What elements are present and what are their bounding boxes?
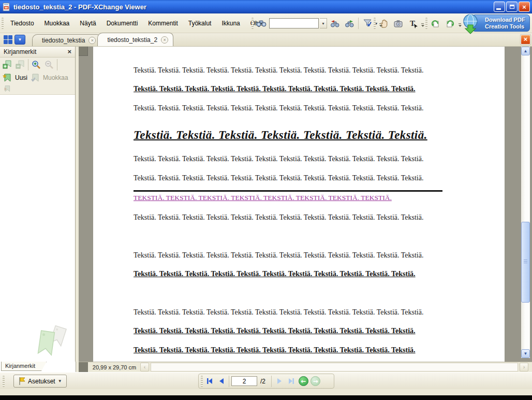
rotate-ccw-button[interactable] (428, 17, 442, 30)
tab-tiedosto_tekstia_2[interactable]: tiedosto_tekstia_2× (97, 33, 173, 46)
toolbar-separator (57, 59, 57, 70)
minimize-icon (496, 8, 501, 10)
tab-close-icon[interactable]: × (88, 37, 96, 44)
search-input[interactable] (269, 18, 319, 28)
tab-label: tiedosto_tekstia_2 (107, 36, 157, 44)
new-bookmark-label[interactable]: Uusi (14, 74, 28, 81)
snapshot-tool-button[interactable] (391, 17, 405, 30)
search-dropdown-arrow[interactable]: ▾ (320, 18, 327, 28)
toolbar-options-chevron[interactable] (420, 18, 425, 29)
first-page-button[interactable] (204, 376, 215, 387)
hand-tool-button[interactable] (377, 17, 390, 30)
menu-item-tiedosto[interactable]: Tiedosto (5, 18, 39, 29)
go-back-button[interactable]: ← (299, 376, 308, 386)
toolbar-separator (28, 59, 28, 70)
document-tab-bar: ▼ tiedosto_tekstia×tiedosto_tekstia_2× × (0, 33, 532, 47)
bookmark-new-icon: ★ (3, 73, 12, 82)
tab-close-icon[interactable]: × (161, 36, 168, 44)
bookmarks-panel-close-icon[interactable]: × (67, 49, 71, 55)
toolbar-grip[interactable] (252, 18, 254, 29)
menu-item-muokkaa[interactable]: Muokkaa (39, 18, 75, 29)
document-view[interactable]: Tekstiä. Tekstiä. Tekstiä. Tekstiä. Teks… (79, 47, 532, 362)
close-button[interactable]: × (519, 2, 530, 12)
horizontal-scrollbar[interactable] (151, 363, 518, 372)
document-text-line: TEKSTIÄ. TEKSTIÄ. TEKSTIÄ. TEKSTIÄ. TEKS… (134, 194, 392, 202)
filter-button[interactable] (361, 17, 374, 30)
bookmark-collapse-button[interactable] (14, 59, 26, 70)
page-size-indicator: 20,99 x 29,70 cm (89, 362, 140, 372)
new-bookmark-button[interactable]: ★ (1, 72, 13, 83)
svg-text:★: ★ (3, 74, 7, 79)
vertical-scrollbar[interactable]: ▲ ▼ (521, 47, 530, 358)
tab-label: tiedosto_tekstia (42, 37, 85, 44)
toolbar-grip[interactable] (374, 18, 376, 29)
minimize-button[interactable] (494, 2, 505, 12)
scroll-corner-box (79, 47, 88, 56)
bookmarks-zoom-in-button[interactable] (30, 59, 42, 70)
last-page-icon (288, 378, 295, 384)
tile-windows-button[interactable] (2, 35, 13, 45)
close-document-button[interactable]: × (521, 35, 530, 45)
status-row: Kirjanmerkit 20,99 x 29,70 cm ‹ › (0, 362, 532, 372)
bookmark-expand-button[interactable] (1, 59, 13, 70)
bookmarks-bottom-tab[interactable]: Kirjanmerkit (1, 362, 47, 371)
settings-button-label: Asetukset (28, 378, 55, 385)
delete-bookmark-button[interactable] (73, 72, 76, 83)
funnel-icon (363, 19, 372, 27)
previous-page-icon (218, 378, 225, 384)
document-text-line: Tekstiä. Tekstiä. Tekstiä. Tekstiä. Teks… (134, 155, 423, 163)
go-forward-button[interactable]: → (311, 376, 320, 386)
download-button-line1: Download PDF (485, 17, 529, 23)
text-select-tool-button[interactable]: T (406, 17, 419, 30)
menu-item-ikkuna[interactable]: Ikkuna (216, 18, 245, 29)
document-text-line: Tekstiä. Tekstiä. Tekstiä. Tekstiä. Teks… (134, 251, 423, 260)
toolbar-grip[interactable] (425, 18, 427, 29)
bookmark-goto-icon (3, 85, 12, 92)
search-toolbar: ▾ ▾ (252, 16, 383, 31)
page-number-input[interactable] (231, 376, 257, 386)
menu-item-dokumentti[interactable]: Dokumentti (101, 18, 143, 29)
toolbar-grip[interactable] (3, 376, 5, 387)
menu-item-tykalut[interactable]: Työkalut (183, 18, 217, 29)
bookmarks-panel: Kirjanmerkit × (0, 47, 76, 362)
scroll-down-button[interactable]: ▼ (521, 349, 530, 358)
first-page-icon (206, 378, 213, 384)
edit-bookmark-label[interactable]: Muokkaa (42, 74, 69, 81)
screen-bottom-edge (0, 395, 532, 400)
toolbar-separator (229, 376, 229, 387)
settings-button[interactable]: Asetukset ▼ (13, 375, 67, 388)
bookmark-delete-icon (75, 73, 76, 82)
menu-item-nyt[interactable]: Näytä (75, 18, 101, 29)
document-text-line: Tekstiä. Tekstiä. Tekstiä. Tekstiä. Teks… (134, 270, 416, 278)
bookmark-collapse-icon (16, 60, 25, 69)
hand-icon (379, 19, 388, 28)
goto-bookmark-button[interactable] (1, 84, 13, 93)
toolbar-separator (271, 376, 272, 387)
rotate-toolbar (425, 16, 462, 31)
page-count-label: /2 (258, 378, 269, 385)
tab-tiedosto_tekstia[interactable]: tiedosto_tekstia× (32, 34, 101, 46)
previous-page-button[interactable] (216, 376, 227, 387)
restore-button[interactable] (506, 2, 518, 12)
toolbar-grip[interactable] (2, 18, 4, 29)
scroll-right-button[interactable]: › (520, 363, 528, 372)
bottom-toolbar: Asetukset ▼ /2 ← → (0, 372, 532, 389)
scroll-up-button[interactable]: ▲ (521, 47, 530, 55)
app-icon (2, 3, 11, 11)
edit-bookmark-button[interactable] (29, 72, 41, 83)
tab-list-dropdown-button[interactable]: ▼ (14, 35, 25, 45)
rotate-cw-button[interactable] (443, 17, 456, 30)
next-page-button[interactable] (274, 376, 285, 387)
vertical-scrollbar-thumb[interactable] (521, 222, 530, 303)
search-button[interactable] (255, 17, 268, 30)
toolbar-grip[interactable] (201, 376, 203, 387)
menu-item-kommentit[interactable]: Kommentit (143, 18, 183, 29)
scroll-left-button[interactable]: ‹ (140, 363, 149, 372)
settings-dropdown-arrow: ▼ (58, 379, 62, 383)
cursor-arrow-icon (413, 24, 418, 29)
search-next-button[interactable] (343, 17, 356, 30)
last-page-button[interactable] (286, 376, 297, 387)
search-previous-button[interactable] (328, 17, 342, 30)
download-globe-icon[interactable] (461, 13, 481, 34)
bookmarks-zoom-out-button[interactable] (43, 59, 55, 70)
